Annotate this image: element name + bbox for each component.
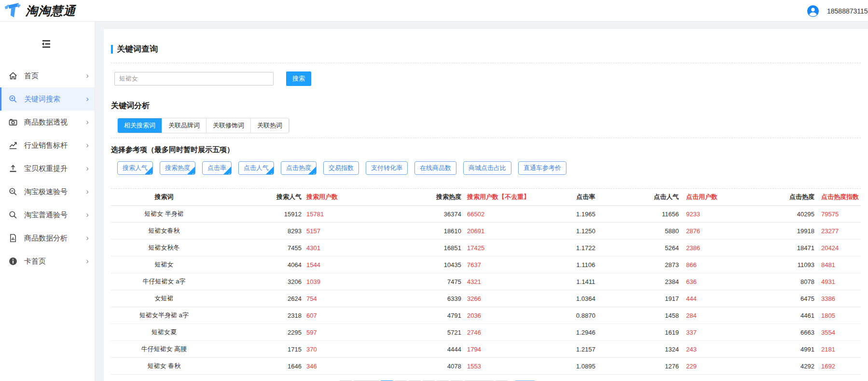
chevron-right-icon: › <box>86 141 89 150</box>
reference-option-button[interactable]: 点击率 <box>202 161 232 175</box>
cell-search-users-dedup: 4321 <box>461 278 564 285</box>
cell-click-heat-index: 3386 <box>814 295 860 302</box>
sidebar-item[interactable]: 商品数据透视 › <box>0 111 95 134</box>
sidebar-item[interactable]: 关键词搜索 › <box>0 87 95 111</box>
chevron-right-icon: › <box>86 164 89 173</box>
table-row: 短裙女秋冬 7455 4301 16851 17425 1.1722 5264 … <box>111 240 861 256</box>
cell-search-pop: 1715 <box>217 346 302 353</box>
sidebar: 首页 › 关键词搜索 › 商品数据透视 › 行业销售标杆 › 宝贝权重提升 › <box>0 22 95 381</box>
sidebar-item-label: 宝贝权重提升 <box>24 164 68 173</box>
table-row: 短裙女半身裙 a字 2318 607 4791 2036 0.8870 1458… <box>111 307 861 324</box>
user-avatar[interactable] <box>807 5 819 17</box>
search-minus-icon <box>9 187 17 196</box>
cell-search-users-dedup: 2036 <box>461 312 564 319</box>
cell-click-heat: 6663 <box>773 329 814 336</box>
reference-option-button[interactable]: 搜索人气 <box>117 161 153 175</box>
logo-icon <box>4 2 22 19</box>
sidebar-item[interactable]: 首页 › <box>0 64 95 87</box>
cell-search-users: 754 <box>302 295 403 302</box>
cell-click-heat-index: 23277 <box>814 227 860 235</box>
chevron-right-icon: › <box>86 117 89 127</box>
analysis-tab[interactable]: 关联品牌词 <box>162 118 207 133</box>
cell-keyword: 短裙女春秋 <box>111 226 217 235</box>
reference-option-button[interactable]: 点击热度 <box>281 161 317 175</box>
cell-search-pop: 15912 <box>217 211 302 218</box>
cell-click-pop: 5880 <box>608 227 679 235</box>
table-row: 牛仔短裙女 a字 3206 1039 7475 4321 1.1411 2384… <box>111 273 861 290</box>
cell-click-users: 866 <box>679 261 773 268</box>
cell-keyword: 短裙女 <box>111 260 217 269</box>
cell-search-users: 597 <box>302 329 403 336</box>
cell-search-heat: 16851 <box>403 244 461 252</box>
sidebar-menu: 首页 › 关键词搜索 › 商品数据透视 › 行业销售标杆 › 宝贝权重提升 › <box>0 64 95 273</box>
cell-search-pop: 3206 <box>217 278 302 285</box>
cell-search-users: 15781 <box>302 211 403 218</box>
reference-option-button[interactable]: 点击人气 <box>238 161 274 175</box>
analysis-tab[interactable]: 关联热词 <box>251 118 289 133</box>
search-button[interactable]: 搜索 <box>286 71 311 86</box>
sidebar-item[interactable]: 淘宝极速验号 › <box>0 180 95 203</box>
reference-option-button[interactable]: 在线商品数 <box>414 161 456 175</box>
keyword-table: 搜索词 搜索人气 搜索用户数 搜索热度 搜索用户数【不去重】 点击率 点击人气 … <box>111 189 861 375</box>
search-plus-icon <box>9 95 17 103</box>
table-row: 牛仔短裙女 高腰 1715 370 4444 1794 1.2157 1324 … <box>111 341 861 358</box>
cell-search-pop: 2318 <box>217 312 302 319</box>
table-row: 短裙女 半身裙 15912 15781 36374 66502 1.1965 1… <box>111 206 861 223</box>
user-phone-number: 18588873115 <box>827 7 868 15</box>
sidebar-item[interactable]: 商品数据分析 › <box>0 226 95 250</box>
cell-search-users: 5157 <box>302 227 403 235</box>
home-icon <box>9 71 17 80</box>
column-header-search-users-dedup: 搜索用户数【不去重】 <box>461 193 564 201</box>
keyword-search-input[interactable] <box>114 72 274 85</box>
analysis-tab[interactable]: 相关搜索词 <box>118 118 162 133</box>
cell-keyword: 短裙女 半身裙 <box>111 210 217 218</box>
logo: 淘淘慧通 <box>4 2 76 19</box>
sidebar-item[interactable]: 卡首页 › <box>0 250 95 273</box>
reference-option-button[interactable]: 支付转化率 <box>366 161 408 175</box>
column-header-click-heat: 点击热度 <box>773 193 814 201</box>
column-header-keyword: 搜索词 <box>111 193 217 201</box>
chevron-right-icon: › <box>86 187 89 197</box>
table-row: 短裙女 春秋 1646 346 4078 1553 1.0895 1276 22… <box>111 358 861 375</box>
analysis-tab[interactable]: 关联修饰词 <box>207 118 251 133</box>
sidebar-item-label: 商品数据透视 <box>24 118 68 127</box>
reference-option-button[interactable]: 商城点击占比 <box>463 161 511 175</box>
table-header-row: 搜索词 搜索人气 搜索用户数 搜索热度 搜索用户数【不去重】 点击率 点击人气 … <box>111 189 861 206</box>
cell-keyword: 短裙女秋冬 <box>111 243 217 252</box>
analysis-tabs: 相关搜索词关联品牌词关联修饰词关联热词 <box>117 118 289 133</box>
sidebar-item[interactable]: 行业销售标杆 › <box>0 134 95 157</box>
sidebar-item[interactable]: 宝贝权重提升 › <box>0 157 95 180</box>
cell-ctr: 0.8870 <box>564 312 608 319</box>
reference-option-button[interactable]: 交易指数 <box>323 161 359 175</box>
cell-click-heat: 6475 <box>773 295 814 302</box>
cell-click-heat-index: 2181 <box>814 346 860 353</box>
cell-click-heat-index: 1805 <box>814 312 860 319</box>
cell-click-pop: 1276 <box>608 363 679 370</box>
cell-search-pop: 7455 <box>217 244 302 252</box>
title-accent-bar <box>111 45 113 54</box>
cell-search-pop: 4064 <box>217 261 302 268</box>
cell-search-users-dedup: 66502 <box>461 211 564 218</box>
sidebar-item-label: 商品数据分析 <box>24 234 68 243</box>
cell-click-pop: 2873 <box>608 261 679 268</box>
sidebar-item[interactable]: 淘宝普通验号 › <box>0 203 95 226</box>
reference-option-button[interactable]: 直通车参考价 <box>518 161 566 175</box>
divider <box>111 138 861 138</box>
cell-search-heat: 4444 <box>403 346 461 353</box>
reference-option-button[interactable]: 搜索热度 <box>160 161 195 175</box>
column-header-click-users: 点击用户数 <box>679 193 773 201</box>
cell-search-heat: 5721 <box>403 329 461 336</box>
cell-click-pop: 5264 <box>608 244 679 252</box>
cell-click-heat-index: 79575 <box>814 211 860 218</box>
cell-click-pop: 1458 <box>608 312 679 319</box>
chevron-right-icon: › <box>86 210 89 220</box>
cell-click-pop: 2384 <box>608 278 679 285</box>
document-chart-icon <box>9 234 17 242</box>
cell-keyword: 牛仔短裙女 a字 <box>111 277 217 286</box>
cell-click-heat: 18471 <box>773 244 814 252</box>
cell-click-users: 636 <box>679 278 773 285</box>
cell-click-heat: 4461 <box>773 312 814 319</box>
cell-ctr: 1.0895 <box>564 363 608 370</box>
sidebar-collapse-toggle[interactable] <box>41 38 52 50</box>
logo-text: 淘淘慧通 <box>26 3 76 19</box>
